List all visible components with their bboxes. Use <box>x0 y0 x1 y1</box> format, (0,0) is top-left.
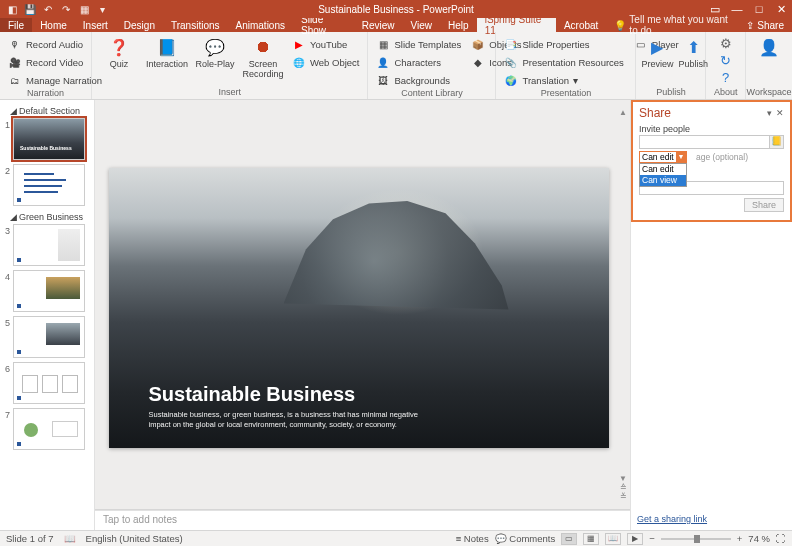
perm-option-view[interactable]: Can view <box>640 175 686 186</box>
tab-transitions[interactable]: Transitions <box>163 18 228 32</box>
tab-home[interactable]: Home <box>32 18 75 32</box>
manage-icon: 🗂 <box>8 73 22 87</box>
close-icon[interactable]: ✕ <box>770 0 792 18</box>
tab-review[interactable]: Review <box>354 18 403 32</box>
tab-slideshow[interactable]: Slide Show <box>293 18 354 32</box>
slide-counter[interactable]: Slide 1 of 7 <box>6 533 54 544</box>
tab-view[interactable]: View <box>403 18 441 32</box>
thumb-7[interactable] <box>13 408 85 450</box>
permission-dropdown[interactable]: Can edit▼ Can edit Can view <box>639 151 687 163</box>
preview-icon: ▶ <box>646 36 668 58</box>
manage-narration-button[interactable]: 🗂Manage Narration <box>6 72 104 88</box>
qat-more-icon[interactable]: ▾ <box>96 3 108 15</box>
help-icon[interactable]: ? <box>722 70 729 85</box>
tab-acrobat[interactable]: Acrobat <box>556 18 606 32</box>
tab-file[interactable]: File <box>0 18 32 32</box>
record-audio-button[interactable]: 🎙Record Audio <box>6 36 104 52</box>
options-icon[interactable]: ⚙ <box>720 36 732 51</box>
youtube-button[interactable]: ▶YouTube <box>290 36 361 52</box>
start-from-beginning-icon[interactable]: ▦ <box>78 3 90 15</box>
group-narration: Narration <box>0 88 91 100</box>
backgrounds-icon: 🖼 <box>376 73 390 87</box>
zoom-in-icon[interactable]: + <box>737 533 743 544</box>
web-object-button[interactable]: 🌐Web Object <box>290 54 361 70</box>
bulb-icon: 💡 <box>614 20 626 31</box>
share-pane-close-icon[interactable]: ✕ <box>776 108 784 118</box>
share-ribbon-button[interactable]: ⇪Share <box>738 18 792 32</box>
backgrounds-button[interactable]: 🖼Backgrounds <box>374 72 463 88</box>
tab-design[interactable]: Design <box>116 18 163 32</box>
characters-button[interactable]: 👤Characters <box>374 54 463 70</box>
translation-button[interactable]: 🌍Translation ▾ <box>502 72 625 88</box>
thumb-1[interactable]: Sustainable Business <box>13 118 85 160</box>
roleplay-icon: 💬 <box>204 36 226 58</box>
address-book-icon[interactable]: 📒 <box>769 136 783 148</box>
section-default[interactable]: ◢ Default Section <box>2 104 90 118</box>
invite-label: Invite people <box>639 124 784 134</box>
quiz-button[interactable]: ❓Quiz <box>98 36 140 70</box>
app-icon: ◧ <box>6 3 18 15</box>
thumb-4[interactable] <box>13 270 85 312</box>
language-status[interactable]: English (United States) <box>86 533 183 544</box>
slide-thumbnails[interactable]: ◢ Default Section 1Sustainable Business … <box>0 100 95 530</box>
zoom-slider[interactable] <box>661 538 731 540</box>
section-green[interactable]: ◢ Green Business <box>2 210 90 224</box>
publish-button[interactable]: ⬆Publish <box>678 36 708 70</box>
tab-help[interactable]: Help <box>440 18 477 32</box>
scroll-down-icon[interactable]: ▼ <box>619 474 627 483</box>
tab-insert[interactable]: Insert <box>75 18 116 32</box>
next-slide-icon[interactable]: ≚ <box>620 492 627 501</box>
workspace-button[interactable]: 👤 <box>752 36 786 58</box>
prev-slide-icon[interactable]: ≙ <box>620 483 627 492</box>
perm-option-edit[interactable]: Can edit <box>640 164 686 175</box>
slide-title[interactable]: Sustainable Business <box>149 383 356 406</box>
interaction-button[interactable]: 📘Interaction <box>146 36 188 70</box>
roleplay-button[interactable]: 💬Role-Play <box>194 36 236 70</box>
chevron-down-icon: ▼ <box>676 152 686 162</box>
slide-templates-button[interactable]: ▦Slide Templates <box>374 36 463 52</box>
character-icon: 👤 <box>376 55 390 69</box>
tab-animations[interactable]: Animations <box>228 18 293 32</box>
presentation-resources-button[interactable]: 📎Presentation Resources <box>502 54 625 70</box>
quiz-icon: ❓ <box>108 36 130 58</box>
notes-toggle[interactable]: ≡ Notes <box>456 533 489 544</box>
record-video-button[interactable]: 🎥Record Video <box>6 54 104 70</box>
invite-input[interactable]: 📒 <box>639 135 784 149</box>
thumb-6[interactable] <box>13 362 85 404</box>
ribbon-tabs: File Home Insert Design Transitions Anim… <box>0 18 792 32</box>
tell-me[interactable]: 💡Tell me what you want to do <box>614 18 738 32</box>
thumb-5[interactable] <box>13 316 85 358</box>
share-pane: Share ▾ ✕ Invite people 📒 Can edit▼ Can … <box>630 100 792 530</box>
zoom-out-icon[interactable]: − <box>649 533 655 544</box>
screen-recording-button[interactable]: ⏺Screen Recording <box>242 36 284 80</box>
slide-subtitle[interactable]: Sustainable business, or green business,… <box>149 410 429 430</box>
reading-view-icon[interactable]: 📖 <box>605 533 621 545</box>
comments-toggle[interactable]: 💬 Comments <box>495 533 556 544</box>
thumb-2[interactable] <box>13 164 85 206</box>
undo-icon[interactable]: ↶ <box>42 3 54 15</box>
vertical-scrollbar[interactable]: ▲ ▼ ≙ ≚ <box>618 108 628 501</box>
preview-button[interactable]: ▶Preview <box>642 36 672 70</box>
share-send-button[interactable]: Share <box>744 198 784 212</box>
share-pane-menu-icon[interactable]: ▾ <box>767 108 772 118</box>
spell-check-icon[interactable]: 📖 <box>64 533 76 544</box>
thumb-3[interactable] <box>13 224 85 266</box>
redo-icon[interactable]: ↷ <box>60 3 72 15</box>
slide-canvas[interactable]: Sustainable Business Sustainable busines… <box>109 168 609 448</box>
notes-pane[interactable]: Tap to add notes <box>95 510 630 530</box>
slideshow-view-icon[interactable]: ▶ <box>627 533 643 545</box>
normal-view-icon[interactable]: ▭ <box>561 533 577 545</box>
fit-to-window-icon[interactable]: ⛶ <box>776 533 786 544</box>
scroll-up-icon[interactable]: ▲ <box>619 108 627 117</box>
group-content-library: Content Library <box>368 88 495 100</box>
updates-icon[interactable]: ↻ <box>720 53 731 68</box>
slide-properties-button[interactable]: 📑Slide Properties <box>502 36 625 52</box>
tab-ispring[interactable]: iSpring Suite 11 <box>477 18 556 32</box>
get-sharing-link[interactable]: Get a sharing link <box>637 514 707 524</box>
maximize-icon[interactable]: □ <box>748 0 770 18</box>
sorter-view-icon[interactable]: ▦ <box>583 533 599 545</box>
zoom-level[interactable]: 74 % <box>748 533 770 544</box>
icons-icon: ◆ <box>471 55 485 69</box>
group-insert: Insert <box>92 87 367 99</box>
save-icon[interactable]: 💾 <box>24 3 36 15</box>
